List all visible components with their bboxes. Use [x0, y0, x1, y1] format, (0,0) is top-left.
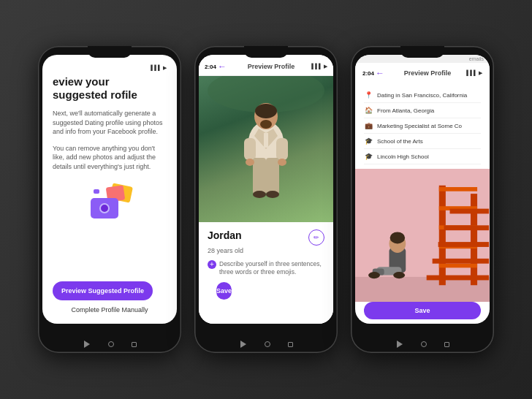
svg-point-14: [266, 191, 279, 198]
phone-3-screen: emails 2:04 ← Preview Profile ▌▌▌ ▶ 📍 Da…: [355, 55, 490, 324]
school-icon-2: 🎓: [364, 152, 373, 161]
school-icon-1: 🎓: [364, 137, 373, 145]
hometown-row: 🏠 From Atlanta, Georgia: [364, 103, 481, 118]
back-arrow-2[interactable]: ←: [216, 61, 228, 72]
phone-3-nav: [351, 341, 494, 347]
back-nav-icon-2[interactable]: [240, 341, 246, 348]
notification-bar: emails: [355, 55, 490, 63]
screen1-title: eview your suggested rofile: [53, 75, 167, 102]
recents-nav-icon-3[interactable]: [444, 342, 449, 347]
phone-1-screen: ▌▌▌ ▶ eview your suggested rofile Next, …: [42, 55, 177, 324]
camera-illustration: [53, 185, 167, 221]
add-description-icon[interactable]: +: [208, 260, 216, 269]
phone3-header: 2:04 ← Preview Profile ▌▌▌ ▶: [355, 63, 490, 83]
describe-placeholder: Describe yourself in three sentences, th…: [219, 260, 324, 276]
phone-3: emails 2:04 ← Preview Profile ▌▌▌ ▶ 📍 Da…: [351, 46, 494, 353]
phone3-header-title: Preview Profile: [389, 69, 466, 77]
location-text: Dating in San Francisco, California: [377, 92, 467, 99]
phone3-time: 2:04: [362, 70, 374, 77]
svg-point-35: [393, 272, 405, 278]
status-icons-1: ▌▌▌ ▶: [151, 65, 167, 71]
phone2-header-title: Preview Profile: [231, 63, 311, 70]
svg-rect-6: [264, 133, 268, 148]
edit-profile-button[interactable]: ✏: [308, 229, 324, 246]
svg-rect-16: [355, 277, 490, 302]
screen1-body1: Next, we'll automatically generate a sug…: [53, 109, 167, 137]
complete-profile-manually-button[interactable]: Complete Profile Manually: [53, 306, 167, 314]
location-icon: 📍: [364, 91, 373, 99]
phone-2-screen: 2:04 ← Preview Profile ▌▌▌ ▶: [199, 55, 333, 324]
camera-lens: [99, 203, 110, 213]
school-lincoln-text: Lincoln High School: [377, 153, 429, 160]
profile-photo-3: [355, 169, 490, 302]
svg-rect-10: [266, 158, 279, 194]
phone2-status-icons: ▌▌▌ ▶: [311, 64, 327, 69]
svg-rect-9: [253, 158, 266, 194]
staircase-scene: [355, 169, 490, 302]
school-arts-row: 🎓 School of the Arts: [364, 134, 481, 149]
svg-rect-7: [244, 138, 256, 160]
recents-nav-icon[interactable]: [132, 342, 137, 347]
phone-2-nav: [194, 341, 338, 347]
profile-age: 28 years old: [208, 247, 324, 254]
phone-1: ▌▌▌ ▶ eview your suggested rofile Next, …: [38, 46, 181, 353]
phone-1-nav: [38, 341, 181, 347]
svg-point-11: [246, 159, 254, 166]
location-row: 📍 Dating in San Francisco, California: [364, 88, 481, 103]
home-nav-icon-3[interactable]: [421, 341, 427, 347]
work-icon: 💼: [364, 121, 373, 130]
screen1-body2: You can remove anything you don't like, …: [53, 144, 167, 172]
school-arts-text: School of the Arts: [377, 138, 423, 145]
svg-rect-27: [444, 225, 489, 230]
svg-rect-17: [439, 186, 446, 286]
school-lincoln-row: 🎓 Lincoln High School: [364, 149, 481, 164]
svg-point-4: [255, 104, 277, 118]
camera-flash: [94, 189, 99, 194]
save-button-2[interactable]: Save: [216, 282, 232, 300]
camera-body: [91, 198, 118, 218]
back-arrow-3[interactable]: ←: [374, 67, 386, 79]
profile-info-section: Jordan ✏ 28 years old + Describe yoursel…: [199, 222, 333, 324]
phone2-time: 2:04: [205, 64, 216, 70]
status-bar-1: ▌▌▌ ▶: [53, 65, 167, 71]
svg-rect-8: [276, 138, 288, 160]
hometown-text: From Atlanta, Georgia: [377, 107, 434, 114]
preview-suggested-profile-button[interactable]: Preview Suggested Profile: [53, 281, 153, 300]
back-nav-icon[interactable]: [84, 341, 90, 348]
svg-point-34: [368, 272, 380, 278]
home-icon: 🏠: [364, 106, 373, 115]
person-figure: [199, 76, 333, 222]
back-nav-icon-3[interactable]: [397, 341, 403, 348]
svg-rect-26: [438, 242, 489, 247]
home-nav-icon-2[interactable]: [265, 341, 270, 347]
svg-point-5: [260, 120, 272, 129]
recents-nav-icon-2[interactable]: [288, 342, 293, 347]
phone-2: 2:04 ← Preview Profile ▌▌▌ ▶: [194, 46, 338, 353]
phone3-status-icons: ▌▌▌ ▶: [466, 70, 482, 76]
svg-point-12: [278, 159, 286, 166]
work-text: Marketing Specialist at Some Co: [377, 123, 462, 129]
profile-photo-2: [199, 76, 333, 222]
home-nav-icon[interactable]: [108, 341, 114, 347]
work-row: 💼 Marketing Specialist at Some Co: [364, 118, 481, 134]
svg-rect-24: [427, 276, 489, 281]
svg-point-13: [253, 191, 266, 198]
svg-point-31: [390, 232, 405, 243]
svg-rect-28: [450, 209, 489, 214]
svg-rect-25: [433, 259, 489, 264]
profile-details-section: 📍 Dating in San Francisco, California 🏠 …: [355, 83, 490, 169]
svg-rect-23: [439, 264, 477, 268]
describe-row: + Describe yourself in three sentences, …: [208, 260, 324, 276]
profile-name: Jordan: [208, 229, 242, 241]
svg-rect-19: [439, 187, 477, 191]
save-button-3[interactable]: Save: [364, 302, 481, 319]
